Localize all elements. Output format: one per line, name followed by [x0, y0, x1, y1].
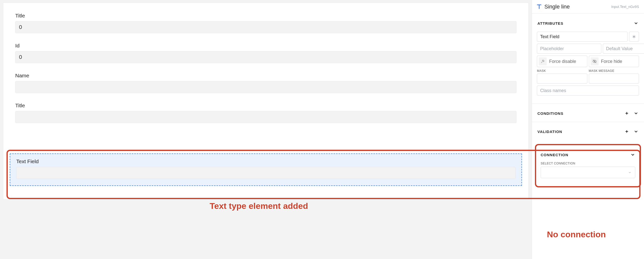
annotation-text-side: No connection: [547, 230, 606, 239]
attr-placeholder-input[interactable]: [537, 44, 601, 54]
selected-text-field-block[interactable]: Text Field: [10, 154, 522, 186]
dropdown-arrow-icon: [628, 171, 632, 174]
mask-input[interactable]: [537, 74, 587, 84]
field-title-2: Title: [15, 102, 516, 123]
field-input-id[interactable]: [15, 51, 516, 63]
force-hide-label: Force hide: [601, 59, 622, 64]
field-title-1: Title: [15, 13, 516, 33]
section-header-connection[interactable]: CONNECTION: [541, 152, 635, 157]
force-disable-button[interactable]: Force disable: [537, 56, 587, 67]
class-names-input[interactable]: [537, 86, 639, 96]
component-id: Input.Text_nGv9S: [611, 5, 639, 9]
section-header-validation[interactable]: VALIDATION: [532, 122, 644, 140]
mask-label: MASK: [537, 69, 587, 72]
force-hide-button[interactable]: Force hide: [589, 56, 639, 67]
sidebar-title: Single line: [544, 4, 570, 10]
plus-icon[interactable]: [624, 111, 629, 116]
chevron-down-icon: [630, 152, 635, 157]
select-connection-dropdown[interactable]: [541, 167, 635, 178]
annotation-text-main: Text type element added: [210, 201, 308, 211]
section-attributes: ATTRIBUTES: [532, 14, 644, 104]
section-conditions: CONDITIONS: [532, 104, 644, 122]
chevron-down-icon: [634, 21, 638, 26]
attr-name-input[interactable]: [537, 32, 628, 42]
form-card: Title Id Name Title Text Field: [3, 2, 529, 200]
field-label: Name: [15, 72, 516, 78]
required-toggle-button[interactable]: [629, 32, 639, 42]
form-canvas: Title Id Name Title Text Field: [0, 0, 532, 259]
properties-sidebar: Single line Input.Text_nGv9S ATTRIBUTES: [532, 0, 644, 259]
field-label: Title: [15, 102, 516, 108]
eye-off-icon: [590, 58, 598, 65]
section-header-conditions[interactable]: CONDITIONS: [532, 104, 644, 122]
section-title: CONDITIONS: [538, 111, 564, 116]
field-label: Title: [15, 13, 516, 19]
sidebar-header: Single line Input.Text_nGv9S: [532, 0, 644, 14]
section-header-attributes[interactable]: ATTRIBUTES: [532, 14, 644, 32]
section-validation: VALIDATION: [532, 122, 644, 140]
section-title: ATTRIBUTES: [538, 21, 564, 26]
chevron-down-icon: [634, 111, 638, 116]
attr-default-value-input[interactable]: [603, 44, 644, 54]
mask-message-label: MASK MESSAGE: [589, 69, 639, 72]
selected-text-field-input[interactable]: [16, 167, 516, 179]
select-connection-label: SELECT CONNECTION: [541, 162, 635, 165]
annotation-highlight-connection: CONNECTION SELECT CONNECTION: [535, 144, 641, 188]
field-label: Text Field: [16, 158, 516, 164]
chevron-down-icon: [634, 129, 638, 134]
field-label: Id: [15, 43, 516, 49]
field-input-name[interactable]: [15, 81, 516, 93]
mask-message-input[interactable]: [589, 74, 639, 84]
tools-icon: [539, 58, 547, 65]
section-title: CONNECTION: [541, 153, 568, 157]
field-id: Id: [15, 43, 516, 63]
text-icon: [536, 4, 542, 10]
field-name: Name: [15, 72, 516, 93]
plus-icon[interactable]: [624, 129, 629, 134]
field-input-title-1[interactable]: [15, 21, 516, 33]
section-title: VALIDATION: [538, 130, 562, 134]
field-input-title-2[interactable]: [15, 111, 516, 123]
force-disable-label: Force disable: [549, 59, 576, 64]
